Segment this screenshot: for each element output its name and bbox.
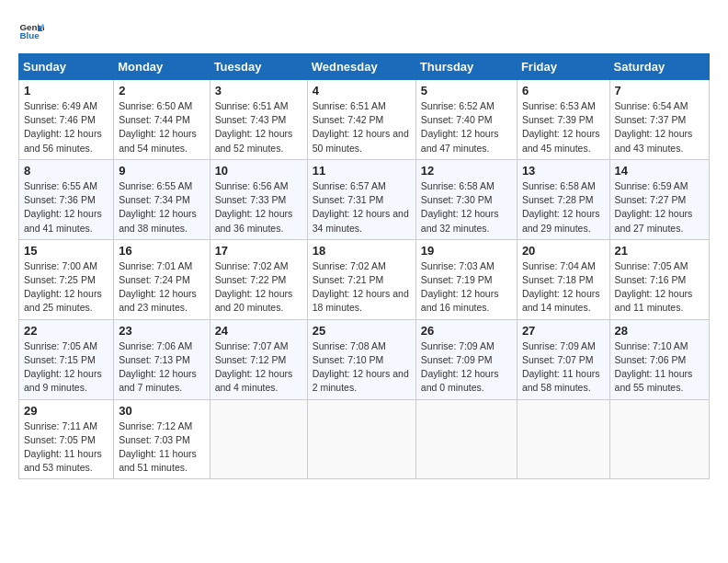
daylight-label: Daylight: 11 hours and 51 minutes. bbox=[119, 448, 197, 473]
sunrise-label: Sunrise: 6:54 AM bbox=[615, 100, 688, 111]
day-cell bbox=[307, 399, 415, 479]
day-cell bbox=[210, 399, 307, 479]
sunset-label: Sunset: 7:22 PM bbox=[215, 274, 287, 285]
sunrise-label: Sunrise: 6:55 AM bbox=[119, 180, 192, 191]
day-cell: 7 Sunrise: 6:54 AM Sunset: 7:37 PM Dayli… bbox=[609, 80, 709, 160]
day-number: 14 bbox=[615, 164, 704, 178]
day-number: 30 bbox=[119, 404, 204, 418]
daylight-label: Daylight: 11 hours and 58 minutes. bbox=[522, 368, 600, 393]
day-info: Sunrise: 6:55 AM Sunset: 7:36 PM Dayligh… bbox=[24, 179, 108, 236]
sunset-label: Sunset: 7:12 PM bbox=[215, 354, 287, 365]
day-cell: 23 Sunrise: 7:06 AM Sunset: 7:13 PM Dayl… bbox=[114, 319, 210, 399]
day-info: Sunrise: 7:00 AM Sunset: 7:25 PM Dayligh… bbox=[24, 259, 108, 316]
sunrise-label: Sunrise: 7:04 AM bbox=[522, 260, 596, 271]
sunrise-label: Sunrise: 6:57 AM bbox=[313, 180, 386, 191]
sunset-label: Sunset: 7:24 PM bbox=[119, 274, 190, 285]
calendar-header: SundayMondayTuesdayWednesdayThursdayFrid… bbox=[19, 54, 710, 80]
day-number: 16 bbox=[119, 244, 204, 258]
day-number: 18 bbox=[313, 244, 411, 258]
header-cell-sunday: Sunday bbox=[19, 54, 114, 80]
day-info: Sunrise: 7:04 AM Sunset: 7:18 PM Dayligh… bbox=[522, 259, 605, 316]
day-number: 27 bbox=[522, 324, 605, 338]
day-number: 1 bbox=[24, 84, 108, 98]
day-info: Sunrise: 6:52 AM Sunset: 7:40 PM Dayligh… bbox=[421, 99, 512, 155]
sunrise-label: Sunrise: 6:56 AM bbox=[215, 180, 289, 191]
daylight-label: Daylight: 12 hours and 14 minutes. bbox=[522, 288, 600, 313]
day-info: Sunrise: 6:59 AM Sunset: 7:27 PM Dayligh… bbox=[615, 179, 704, 236]
day-number: 2 bbox=[119, 84, 204, 98]
sunrise-label: Sunrise: 7:11 AM bbox=[24, 420, 97, 431]
daylight-label: Daylight: 12 hours and 2 minutes. bbox=[313, 368, 409, 393]
sunset-label: Sunset: 7:40 PM bbox=[421, 114, 493, 125]
sunrise-label: Sunrise: 7:12 AM bbox=[119, 420, 192, 431]
day-cell: 8 Sunrise: 6:55 AM Sunset: 7:36 PM Dayli… bbox=[19, 159, 114, 239]
day-info: Sunrise: 6:58 AM Sunset: 7:30 PM Dayligh… bbox=[421, 179, 512, 236]
day-cell: 12 Sunrise: 6:58 AM Sunset: 7:30 PM Dayl… bbox=[415, 159, 517, 239]
daylight-label: Daylight: 12 hours and 32 minutes. bbox=[421, 208, 499, 233]
sunset-label: Sunset: 7:09 PM bbox=[421, 354, 493, 365]
day-cell: 22 Sunrise: 7:05 AM Sunset: 7:15 PM Dayl… bbox=[19, 319, 114, 399]
daylight-label: Daylight: 12 hours and 41 minutes. bbox=[24, 208, 102, 233]
day-number: 24 bbox=[215, 324, 302, 338]
day-cell: 28 Sunrise: 7:10 AM Sunset: 7:06 PM Dayl… bbox=[609, 319, 709, 399]
sunrise-label: Sunrise: 7:05 AM bbox=[615, 260, 688, 271]
day-info: Sunrise: 7:07 AM Sunset: 7:12 PM Dayligh… bbox=[215, 339, 302, 396]
sunset-label: Sunset: 7:44 PM bbox=[119, 114, 190, 125]
day-info: Sunrise: 6:55 AM Sunset: 7:34 PM Dayligh… bbox=[119, 179, 204, 236]
day-cell: 29 Sunrise: 7:11 AM Sunset: 7:05 PM Dayl… bbox=[19, 399, 114, 479]
header-cell-friday: Friday bbox=[517, 54, 609, 80]
daylight-label: Daylight: 12 hours and 34 minutes. bbox=[313, 208, 409, 233]
sunset-label: Sunset: 7:34 PM bbox=[119, 194, 190, 205]
logo: General Blue bbox=[18, 18, 50, 44]
day-number: 10 bbox=[215, 164, 302, 178]
day-cell: 17 Sunrise: 7:02 AM Sunset: 7:22 PM Dayl… bbox=[210, 239, 307, 319]
day-info: Sunrise: 7:05 AM Sunset: 7:15 PM Dayligh… bbox=[24, 339, 108, 396]
day-number: 12 bbox=[421, 164, 512, 178]
sunset-label: Sunset: 7:31 PM bbox=[313, 194, 384, 205]
day-info: Sunrise: 6:51 AM Sunset: 7:43 PM Dayligh… bbox=[215, 99, 302, 155]
daylight-label: Daylight: 12 hours and 4 minutes. bbox=[215, 368, 293, 393]
header-cell-monday: Monday bbox=[114, 54, 210, 80]
day-info: Sunrise: 7:01 AM Sunset: 7:24 PM Dayligh… bbox=[119, 259, 204, 316]
day-info: Sunrise: 7:09 AM Sunset: 7:07 PM Dayligh… bbox=[522, 339, 605, 396]
day-cell: 21 Sunrise: 7:05 AM Sunset: 7:16 PM Dayl… bbox=[609, 239, 709, 319]
day-number: 11 bbox=[313, 164, 411, 178]
sunrise-label: Sunrise: 6:58 AM bbox=[522, 180, 596, 191]
day-info: Sunrise: 7:10 AM Sunset: 7:06 PM Dayligh… bbox=[615, 339, 704, 396]
sunrise-label: Sunrise: 6:51 AM bbox=[313, 100, 386, 111]
day-info: Sunrise: 6:51 AM Sunset: 7:42 PM Dayligh… bbox=[313, 99, 411, 155]
day-info: Sunrise: 6:49 AM Sunset: 7:46 PM Dayligh… bbox=[24, 99, 108, 155]
sunrise-label: Sunrise: 7:08 AM bbox=[313, 340, 386, 351]
daylight-label: Daylight: 12 hours and 56 minutes. bbox=[24, 128, 102, 153]
daylight-label: Daylight: 12 hours and 45 minutes. bbox=[522, 128, 600, 153]
day-info: Sunrise: 7:05 AM Sunset: 7:16 PM Dayligh… bbox=[615, 259, 704, 316]
sunset-label: Sunset: 7:27 PM bbox=[615, 194, 687, 205]
sunset-label: Sunset: 7:28 PM bbox=[522, 194, 594, 205]
day-info: Sunrise: 7:12 AM Sunset: 7:03 PM Dayligh… bbox=[119, 419, 204, 476]
daylight-label: Daylight: 12 hours and 27 minutes. bbox=[615, 208, 693, 233]
sunrise-label: Sunrise: 7:06 AM bbox=[119, 340, 192, 351]
sunrise-label: Sunrise: 7:02 AM bbox=[215, 260, 289, 271]
day-number: 7 bbox=[615, 84, 704, 98]
day-info: Sunrise: 6:50 AM Sunset: 7:44 PM Dayligh… bbox=[119, 99, 204, 155]
day-number: 23 bbox=[119, 324, 204, 338]
day-cell bbox=[517, 399, 609, 479]
day-cell: 16 Sunrise: 7:01 AM Sunset: 7:24 PM Dayl… bbox=[114, 239, 210, 319]
sunrise-label: Sunrise: 7:09 AM bbox=[421, 340, 495, 351]
day-number: 3 bbox=[215, 84, 302, 98]
day-number: 4 bbox=[313, 84, 411, 98]
daylight-label: Daylight: 12 hours and 50 minutes. bbox=[313, 128, 409, 153]
daylight-label: Daylight: 12 hours and 29 minutes. bbox=[522, 208, 600, 233]
header: General Blue bbox=[18, 18, 710, 44]
header-cell-thursday: Thursday bbox=[415, 54, 517, 80]
day-info: Sunrise: 7:02 AM Sunset: 7:21 PM Dayligh… bbox=[313, 259, 411, 316]
sunrise-label: Sunrise: 6:58 AM bbox=[421, 180, 495, 191]
sunset-label: Sunset: 7:21 PM bbox=[313, 274, 384, 285]
daylight-label: Daylight: 12 hours and 36 minutes. bbox=[215, 208, 293, 233]
sunrise-label: Sunrise: 7:01 AM bbox=[119, 260, 192, 271]
sunset-label: Sunset: 7:06 PM bbox=[615, 354, 687, 365]
day-number: 29 bbox=[24, 404, 108, 418]
day-number: 26 bbox=[421, 324, 512, 338]
day-cell: 13 Sunrise: 6:58 AM Sunset: 7:28 PM Dayl… bbox=[517, 159, 609, 239]
sunset-label: Sunset: 7:46 PM bbox=[24, 114, 96, 125]
